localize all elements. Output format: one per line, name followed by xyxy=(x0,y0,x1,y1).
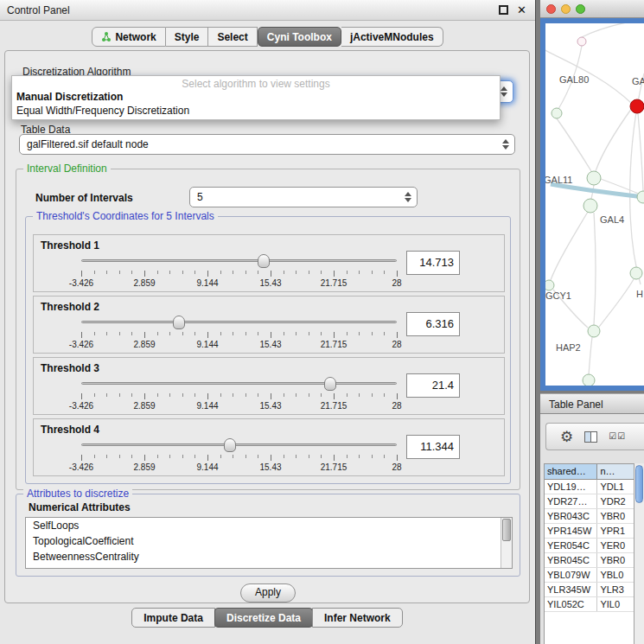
threshold-slider[interactable] xyxy=(81,254,397,268)
network-node-selected[interactable] xyxy=(630,99,644,113)
table-row[interactable]: YIL052C YIL0 xyxy=(545,597,634,612)
slider-major-ticks xyxy=(81,393,398,399)
threshold-value-field[interactable]: 11.344 xyxy=(406,435,460,459)
thresholds-group: Threshold's Coordinates for 5 Intervals … xyxy=(25,216,511,484)
table-row[interactable]: YBR045C YBR0 xyxy=(545,553,634,568)
threshold-label: Threshold 2 xyxy=(41,301,99,313)
table-panel-titlebar: Table Panel xyxy=(540,393,644,414)
slider-track[interactable] xyxy=(81,321,397,323)
column-header[interactable]: shared… xyxy=(545,464,597,479)
network-view-window: GAL80 GA GAL11 GAL4 GCY1 H HAP2 xyxy=(540,0,644,391)
list-scrollbar-thumb[interactable] xyxy=(502,519,511,541)
network-node[interactable] xyxy=(577,37,586,46)
network-node[interactable] xyxy=(588,325,600,337)
threshold-panel: Threshold 1 -3.426 2.859 9.144 15.43 xyxy=(33,234,505,292)
slider-track[interactable] xyxy=(81,382,397,385)
network-node[interactable] xyxy=(637,191,644,203)
close-icon[interactable]: ✕ xyxy=(517,3,526,16)
table-row[interactable]: YLR345W YLR3 xyxy=(545,583,634,597)
network-frame: GAL80 GA GAL11 GAL4 GCY1 H HAP2 xyxy=(540,18,644,391)
table-scrollbar[interactable] xyxy=(634,463,644,644)
slider-thumb[interactable] xyxy=(173,316,185,329)
list-item[interactable]: BetweennessCentrality xyxy=(26,549,512,564)
tab-impute-data[interactable]: Impute Data xyxy=(131,608,215,628)
threshold-label: Threshold 4 xyxy=(41,424,99,436)
threshold-label: Threshold 3 xyxy=(41,362,99,374)
table-panel-window: Table Panel ⚙ ☑☑ shared… n… YDL19… YDL1 … xyxy=(540,393,644,644)
minimize-traffic-light-icon[interactable] xyxy=(561,4,571,14)
network-node[interactable] xyxy=(630,267,642,279)
interval-definition-title: Interval Definition xyxy=(23,163,111,175)
select-columns-icon[interactable]: ☑☑ xyxy=(609,432,626,441)
tab-discretize-data[interactable]: Discretize Data xyxy=(214,608,313,628)
list-scrollbar[interactable] xyxy=(501,518,512,568)
table-row[interactable]: YPR145W YPR1 xyxy=(545,524,634,539)
slider-thumb[interactable] xyxy=(224,438,236,452)
table-row[interactable]: YDL19… YDL1 xyxy=(545,480,634,494)
tab-label: Cyni Toolbox xyxy=(267,31,332,43)
slider-track[interactable] xyxy=(81,259,397,262)
table-row[interactable]: YDR27… YDR2 xyxy=(545,494,634,509)
threshold-slider[interactable] xyxy=(81,438,397,452)
slider-track[interactable] xyxy=(81,443,397,446)
network-icon xyxy=(101,32,112,42)
slider-thumb[interactable] xyxy=(324,377,336,391)
tab-cyni-toolbox[interactable]: Cyni Toolbox xyxy=(258,27,341,47)
slider-scale: -3.426 2.859 9.144 15.43 21.715 28 xyxy=(81,401,397,411)
tab-label: Network xyxy=(115,31,156,43)
slider-thumb[interactable] xyxy=(258,254,270,268)
close-traffic-light-icon[interactable] xyxy=(546,4,556,14)
slider-major-ticks xyxy=(81,271,398,277)
network-node[interactable] xyxy=(583,374,595,386)
list-item[interactable]: TopologicalCoefficient xyxy=(26,533,512,549)
tab-style[interactable]: Style xyxy=(166,27,209,47)
column-header[interactable]: n… xyxy=(597,464,634,479)
list-item[interactable]: SelfLoops xyxy=(26,518,512,533)
tab-infer-network[interactable]: Infer Network xyxy=(312,608,403,628)
table-row[interactable]: YBR043C YBR0 xyxy=(545,509,634,524)
num-intervals-value: 5 xyxy=(197,191,203,203)
threshold-value-field[interactable]: 14.713 xyxy=(406,251,460,275)
slider-major-ticks xyxy=(81,455,398,461)
columns-icon[interactable] xyxy=(584,431,597,443)
slider-major-ticks xyxy=(81,332,398,338)
network-node[interactable] xyxy=(545,280,554,290)
num-intervals-combobox[interactable]: 5 xyxy=(189,187,418,207)
network-window-titlebar xyxy=(540,0,644,18)
threshold-value-field[interactable]: 6.316 xyxy=(406,312,460,336)
thresholds-group-title: Threshold's Coordinates for 5 Intervals xyxy=(33,210,218,222)
interval-definition-group: Interval Definition Number of Intervals … xyxy=(16,169,520,490)
zoom-traffic-light-icon[interactable] xyxy=(576,4,585,14)
table-scrollbar-thumb[interactable] xyxy=(635,465,643,503)
node-label: HAP2 xyxy=(556,342,581,353)
table-data-combobox[interactable]: galFiltered.sif default node xyxy=(19,134,515,155)
network-node[interactable] xyxy=(587,171,601,185)
dropdown-hint: Select algorithm to view settings xyxy=(12,76,500,90)
threshold-slider[interactable] xyxy=(81,316,397,329)
network-node[interactable] xyxy=(583,199,597,213)
cyni-toolbox-panel: Discretization Algorithm Select algorith… xyxy=(4,50,530,603)
dropdown-option[interactable]: Manual Discretization xyxy=(12,90,500,104)
float-window-icon[interactable] xyxy=(499,5,508,15)
tab-network[interactable]: Network xyxy=(92,27,165,47)
tab-label: jActiveMNodules xyxy=(350,31,434,43)
threshold-slider[interactable] xyxy=(81,377,397,391)
attributes-listbox[interactable]: SelfLoops TopologicalCoefficient Between… xyxy=(25,517,513,569)
table-row[interactable]: YER054C YER0 xyxy=(545,539,634,553)
gear-icon[interactable]: ⚙ xyxy=(560,430,573,444)
slider-scale: -3.426 2.859 9.144 15.43 21.715 28 xyxy=(81,278,397,289)
tab-select[interactable]: Select xyxy=(208,27,257,47)
table-row[interactable]: YBL079W YBL0 xyxy=(545,568,634,583)
combobox-arrows-icon xyxy=(502,139,509,150)
tab-label: Style xyxy=(175,31,200,43)
apply-button[interactable]: Apply xyxy=(240,583,296,603)
network-canvas[interactable]: GAL80 GA GAL11 GAL4 GCY1 H HAP2 xyxy=(545,23,644,386)
dropdown-option[interactable]: Equal Width/Frequency Discretization xyxy=(12,104,500,118)
tab-jactivemnodules[interactable]: jActiveMNodules xyxy=(341,27,443,47)
network-node[interactable] xyxy=(552,108,562,118)
threshold-value-field[interactable]: 21.4 xyxy=(406,373,460,398)
attributes-group-title: Attributes to discretize xyxy=(23,488,132,500)
table-header-row: shared… n… xyxy=(545,464,634,480)
node-label: GAL11 xyxy=(545,175,572,185)
threshold-panel: Threshold 4 -3.426 2.859 9.144 15.43 xyxy=(33,418,505,476)
